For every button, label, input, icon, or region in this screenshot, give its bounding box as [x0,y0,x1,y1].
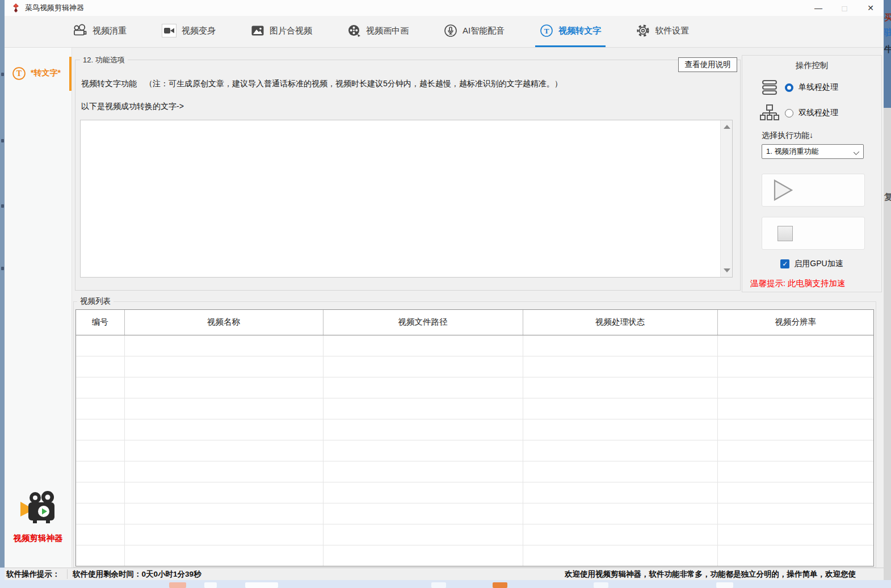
table-row[interactable] [76,482,873,503]
chevron-down-icon [854,149,859,155]
table-cell [76,524,124,545]
tab-settings[interactable]: 软件设置 [632,16,694,47]
table-cell [523,482,717,503]
layers-icon [759,78,780,96]
column-header-path[interactable]: 视频文件路径 [323,310,523,335]
title-bar: 菜鸟视频剪辑神器 — □ ✕ [5,0,884,16]
single-thread-radio[interactable] [785,83,793,92]
status-left-label: 软件操作提示： [6,569,60,579]
table-cell [124,461,323,482]
film-reel-icon [347,24,361,37]
sidebar-item-to-text[interactable]: T *转文字* [5,56,72,91]
function-select[interactable]: 1. 视频消重功能 [762,144,864,159]
column-header-status[interactable]: 视频处理状态 [523,310,717,335]
table-cell [717,440,873,461]
tab-image-to-video[interactable]: 图片合视频 [246,16,317,47]
gpu-accel-option[interactable]: ✓ 启用GPU加速 [742,259,881,269]
table-cell [124,335,323,356]
table-row[interactable] [76,440,873,461]
table-cell [124,377,323,398]
video-list-title: 视频列表 [77,296,114,306]
gpu-checkbox[interactable]: ✓ [780,259,789,268]
table-cell [76,356,124,377]
tab-video-dedup[interactable]: 视频消重 [68,16,131,47]
double-thread-label: 双线程处理 [798,108,838,118]
gear-icon [636,24,650,37]
transcript-textarea[interactable] [80,120,733,278]
background-window-left-sliver [0,0,5,568]
camcorder-icon [162,24,176,37]
tab-video-transform[interactable]: 视频变身 [157,16,220,47]
svg-text:T: T [544,27,549,35]
table-row[interactable] [76,545,873,566]
control-panel-title: 操作控制 [742,60,881,71]
tab-ai-dubbing[interactable]: AI智能配音 [439,16,509,47]
table-cell [323,482,523,503]
scroll-down-icon[interactable] [724,268,730,272]
taskbar-icon [169,582,186,588]
column-header-name[interactable]: 视频名称 [124,310,323,335]
stop-button[interactable] [762,217,865,250]
column-header-resolution[interactable]: 视频分辨率 [717,310,873,335]
sidebar-logo: 视频剪辑神器 [5,491,72,544]
minimize-button[interactable]: — [805,0,831,16]
close-button[interactable]: ✕ [858,0,884,16]
table-cell [323,503,523,524]
maximize-button[interactable]: □ [831,0,858,16]
app-window: 菜鸟视频剪辑神器 — □ ✕ 视频消重 [5,0,884,580]
table-cell [717,503,873,524]
table-cell [717,398,873,419]
sidebar-item-label: *转文字* [31,68,61,78]
table-cell [76,461,124,482]
table-cell [76,503,124,524]
movie-camera-icon [73,24,87,37]
table-cell [523,524,717,545]
background-glyph [1,204,4,208]
table-cell [323,419,523,440]
table-cell [124,356,323,377]
view-instructions-button[interactable]: 查看使用说明 [678,57,737,72]
window-title: 菜鸟视频剪辑神器 [25,3,84,13]
table-row[interactable] [76,377,873,398]
start-button[interactable] [762,174,865,207]
table-row[interactable] [76,419,873,440]
tab-label: 视频转文字 [558,26,601,36]
taskbar-icon [245,582,278,588]
tab-picture-in-picture[interactable]: 视频画中画 [343,16,413,47]
table-cell [76,335,124,356]
table-row[interactable] [76,461,873,482]
table-cell [323,335,523,356]
background-glyph [1,73,4,76]
double-thread-radio[interactable] [785,109,793,117]
tab-label: AI智能配音 [463,26,505,36]
table-cell [124,503,323,524]
svg-text:T: T [16,69,22,78]
table-row[interactable] [76,524,873,545]
background-glyph [1,267,4,270]
background-glyph: 牛 [884,44,891,55]
table-cell [76,398,124,419]
double-thread-option[interactable]: 双线程处理 [759,103,838,123]
function-select-value: 1. 视频消重功能 [766,146,818,157]
table-cell [717,419,873,440]
textarea-scrollbar[interactable] [720,120,732,277]
table-row[interactable] [76,335,873,356]
table-row[interactable] [76,503,873,524]
background-window-right-sliver: 买 驻 牛 复 [884,0,891,580]
column-header-index[interactable]: 编号 [76,310,124,335]
scroll-up-icon[interactable] [724,125,730,129]
table-cell [323,545,523,566]
taskbar-icon [493,582,507,588]
table-cell [717,461,873,482]
table-cell [523,356,717,377]
sidebar: T *转文字* 视频剪辑神器 [5,48,72,568]
screen: 菜鸟视频剪辑神器 — □ ✕ 视频消重 [0,0,891,588]
table-row[interactable] [76,356,873,377]
table-row[interactable] [76,398,873,419]
video-table[interactable]: 编号 视频名称 视频文件路径 视频处理状态 视频分辨率 [75,309,874,566]
table-cell [717,524,873,545]
single-thread-label: 单线程处理 [798,82,838,93]
status-bar: 软件操作提示： 软件使用剩余时间：0天0小时1分39秒 欢迎使用视频剪辑神器，软… [5,568,888,580]
tab-video-to-text[interactable]: T 视频转文字 [535,16,606,47]
single-thread-option[interactable]: 单线程处理 [759,78,838,96]
